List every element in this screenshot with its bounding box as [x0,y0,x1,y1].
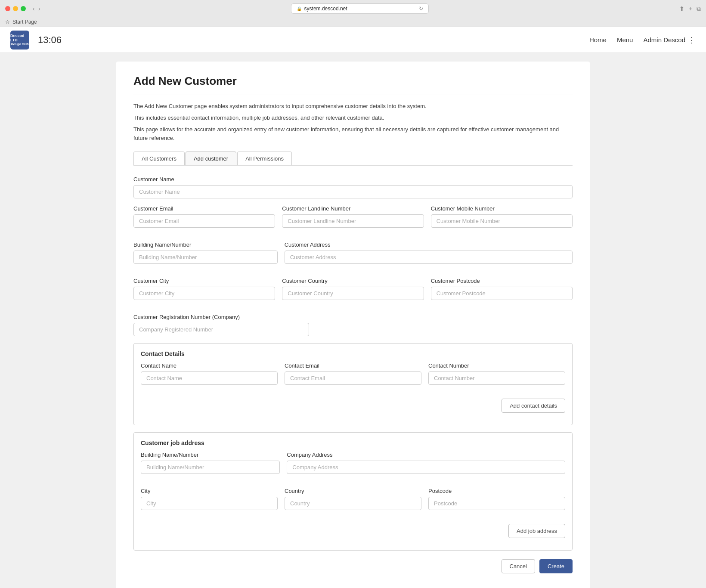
customer-country-input[interactable] [282,287,424,300]
share-icon[interactable]: ⬆ [679,5,684,12]
logo-area: Descod LTD Design Club 13:06 [10,31,62,50]
customer-mobile-label: Customer Mobile Number [431,205,573,212]
building-name-group: Building Name/Number [133,241,278,264]
job-building-input[interactable] [141,461,280,474]
job-address-row-1: Building Name/Number Company Address [141,452,565,481]
customer-mobile-input[interactable] [431,214,573,228]
add-contact-button[interactable]: Add contact details [502,399,565,413]
page-divider [133,95,573,95]
customer-city-label: Customer City [133,278,275,284]
customer-mobile-group: Customer Mobile Number [431,205,573,228]
customer-address-group: Customer Address [285,241,573,264]
contact-email-group: Contact Email [285,362,421,385]
building-name-input[interactable] [133,251,278,264]
address-bar[interactable]: 🔒 system.descod.net ↻ [291,3,429,14]
tab-add-customer[interactable]: Add customer [186,152,236,165]
job-company-address-label: Company Address [287,452,565,458]
main-content: Add New Customer The Add New Customer pa… [116,62,590,588]
job-address-title: Customer job address [141,439,565,446]
customer-email-group: Customer Email [133,205,275,228]
clock: 13:06 [38,34,62,46]
job-postcode-group: Postcode [428,488,565,510]
customer-address-label: Customer Address [285,241,573,248]
customer-form: Customer Name Customer Email Customer La… [133,176,573,573]
add-job-address-row: Add job address [141,524,565,538]
job-country-label: Country [285,488,421,494]
job-company-address-input[interactable] [287,461,565,474]
address-row: Building Name/Number Customer Address [133,241,573,271]
customer-landline-input[interactable] [282,214,424,228]
page-title: Add New Customer [133,74,573,88]
customer-landline-group: Customer Landline Number [282,205,424,228]
customer-landline-label: Customer Landline Number [282,205,424,212]
forward-icon[interactable]: › [38,5,40,12]
job-country-input[interactable] [285,497,421,510]
admin-area[interactable]: Admin Descod ⋮ [643,35,696,45]
browser-back-forward[interactable]: ‹ › [33,5,40,12]
lock-icon: 🔒 [297,6,302,11]
contact-name-input[interactable] [141,371,278,385]
tab-all-customers[interactable]: All Customers [133,152,185,165]
add-job-address-button[interactable]: Add job address [508,524,565,538]
close-button[interactable] [5,6,10,11]
create-button[interactable]: Create [539,559,573,573]
app-header: Descod LTD Design Club 13:06 Home Menu A… [0,27,706,53]
bookmark-start-page[interactable]: Start Page [12,19,37,25]
tab-all-permissions[interactable]: All Permissions [237,152,292,165]
contact-email-label: Contact Email [285,362,421,369]
more-options-icon[interactable]: ⋮ [688,35,696,45]
customer-email-label: Customer Email [133,205,275,212]
customer-address-input[interactable] [285,251,573,264]
page-description-3: This page allows for the accurate and or… [133,125,573,143]
back-icon[interactable]: ‹ [33,5,35,12]
contact-number-input[interactable] [428,371,565,385]
traffic-lights[interactable] [5,6,26,11]
reg-number-group: Customer Registration Number (Company) [133,314,309,336]
contact-row: Customer Email Customer Landline Number … [133,205,573,235]
action-row: Cancel Create [133,559,573,573]
job-postcode-input[interactable] [428,497,565,510]
job-building-group: Building Name/Number [141,452,280,474]
page-description-1: The Add New Customer page enables system… [133,102,573,111]
logo: Descod LTD Design Club [10,31,29,50]
cancel-button[interactable]: Cancel [502,559,535,573]
job-address-row-2: City Country Postcode [141,488,565,517]
job-city-label: City [141,488,278,494]
contact-details-title: Contact Details [141,350,565,357]
nav-home[interactable]: Home [589,36,607,43]
new-tab-icon[interactable]: + [689,5,692,12]
logo-bottom: Design Club [11,43,29,46]
refresh-icon[interactable]: ↻ [419,6,423,12]
minimize-button[interactable] [13,6,18,11]
job-city-input[interactable] [141,497,278,510]
tabs-container: All Customers Add customer All Permissio… [133,152,573,166]
reg-number-input[interactable] [133,323,309,336]
contact-fields-row: Contact Name Contact Email Contact Numbe… [141,362,565,392]
contact-number-label: Contact Number [428,362,565,369]
job-city-group: City [141,488,278,510]
customer-country-label: Customer Country [282,278,424,284]
contact-number-group: Contact Number [428,362,565,385]
customer-postcode-label: Customer Postcode [431,278,573,284]
customer-city-input[interactable] [133,287,275,300]
customer-email-input[interactable] [133,214,275,228]
customer-name-group: Customer Name [133,176,573,198]
page-description-2: This includes essential contact informat… [133,114,573,123]
reg-number-label: Customer Registration Number (Company) [133,314,309,320]
job-postcode-label: Postcode [428,488,565,494]
customer-postcode-group: Customer Postcode [431,278,573,300]
customer-name-input[interactable] [133,185,573,198]
fullscreen-button[interactable] [21,6,26,11]
contact-details-card: Contact Details Contact Name Contact Ema… [133,343,573,425]
job-address-card: Customer job address Building Name/Numbe… [133,432,573,551]
logo-top: Descod LTD [10,34,29,43]
admin-label: Admin Descod [643,36,685,43]
add-contact-row: Add contact details [141,399,565,413]
contact-email-input[interactable] [285,371,421,385]
job-building-label: Building Name/Number [141,452,280,458]
customer-city-group: Customer City [133,278,275,300]
tabs-icon[interactable]: ⧉ [697,5,701,12]
nav-menu[interactable]: Menu [617,36,633,43]
customer-postcode-input[interactable] [431,287,573,300]
header-nav: Home Menu Admin Descod ⋮ [589,35,696,45]
